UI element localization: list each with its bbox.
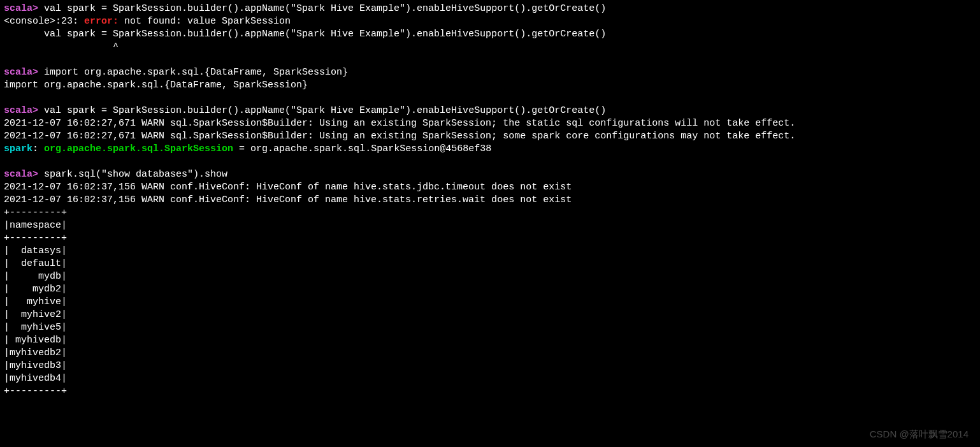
import-echo: import org.apache.spark.sql.{DataFrame, … (4, 80, 308, 91)
warn-line: 2021-12-07 16:02:27,671 WARN sql.SparkSe… (4, 118, 795, 129)
table-row: | myhive5| (4, 322, 67, 333)
terminal-output[interactable]: scala> val spark = SparkSession.builder(… (0, 0, 980, 400)
table-sep: +---------+ (4, 207, 67, 218)
scala-prompt: scala> (4, 67, 38, 78)
command-line: val spark = SparkSession.builder().appNa… (38, 105, 606, 116)
result-type: org.apache.spark.sql.SparkSession (44, 143, 233, 154)
scala-prompt: scala> (4, 3, 38, 14)
result-value: = org.apache.spark.sql.SparkSession@4568… (233, 143, 491, 154)
warn-line: 2021-12-07 16:02:37,156 WARN conf.HiveCo… (4, 194, 572, 205)
scala-prompt: scala> (4, 105, 38, 116)
error-context-line: val spark = SparkSession.builder().appNa… (4, 29, 606, 40)
error-label: error: (84, 16, 124, 27)
command-line: spark.sql("show databases").show (38, 169, 227, 180)
table-row: | mydb| (4, 271, 67, 282)
command-line: val spark = SparkSession.builder().appNa… (38, 3, 606, 14)
command-line: import org.apache.spark.sql.{DataFrame, … (38, 67, 348, 78)
table-row: | myhivedb| (4, 335, 67, 346)
result-colon: : (32, 143, 44, 154)
table-row: |myhivedb3| (4, 360, 67, 371)
warn-line: 2021-12-07 16:02:37,156 WARN conf.HiveCo… (4, 182, 572, 193)
result-var: spark (4, 143, 32, 154)
watermark-text: CSDN @落叶飘雪2014 (870, 429, 969, 441)
table-header: |namespace| (4, 220, 67, 231)
table-row: | mydb2| (4, 284, 67, 295)
table-row: | myhive2| (4, 309, 67, 320)
table-row: | datasys| (4, 245, 67, 256)
table-row: |myhivedb2| (4, 348, 67, 358)
table-sep: +---------+ (4, 233, 67, 244)
table-row: | myhive| (4, 297, 67, 307)
scala-prompt: scala> (4, 169, 38, 180)
table-sep: +---------+ (4, 386, 67, 397)
error-location: <console>:23: (4, 16, 84, 27)
warn-line: 2021-12-07 16:02:27,671 WARN sql.SparkSe… (4, 131, 795, 142)
error-caret-line: ^ (4, 41, 119, 52)
error-message: not found: value SparkSession (124, 16, 291, 27)
table-row: |myhivedb4| (4, 373, 67, 384)
table-row: | default| (4, 258, 67, 269)
